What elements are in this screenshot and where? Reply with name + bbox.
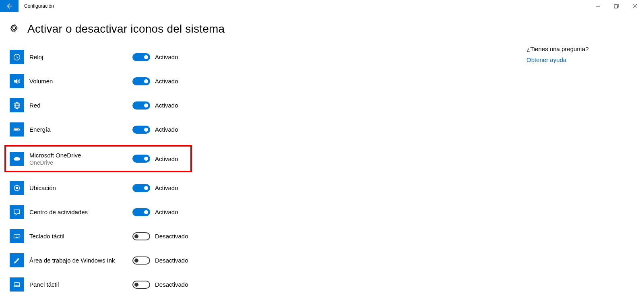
setting-label-block: Reloj <box>29 54 132 60</box>
toggle-state-label: Activado <box>155 209 178 215</box>
setting-row-keyboard: Teclado táctilDesactivado <box>10 229 267 243</box>
setting-label-block: Centro de actividades <box>29 209 132 215</box>
app-title: Configuración <box>19 0 54 12</box>
setting-label: Panel táctil <box>29 281 132 288</box>
back-button[interactable] <box>0 0 19 12</box>
settings-list: RelojActivadoVolumenActivadoRedActivadoE… <box>10 50 267 292</box>
setting-row-location: UbicaciónActivado <box>10 181 267 195</box>
help-panel: ¿Tienes una pregunta? Obtener ayuda <box>526 45 589 63</box>
toggle-touchpad[interactable] <box>132 281 150 289</box>
toggle-onedrive[interactable] <box>132 155 150 163</box>
setting-label: Centro de actividades <box>29 209 132 215</box>
setting-label: Volumen <box>29 78 132 85</box>
setting-label: Energía <box>29 126 132 133</box>
setting-label: Teclado táctil <box>29 233 132 240</box>
svg-rect-0 <box>596 6 600 6</box>
setting-sublabel: OneDrive <box>29 159 132 166</box>
toggle-state-label: Activado <box>155 102 178 109</box>
toggle-state-label: Activado <box>155 155 178 162</box>
back-arrow-icon <box>6 2 13 10</box>
setting-label-block: Panel táctil <box>29 281 132 288</box>
setting-label: Ubicación <box>29 184 132 191</box>
toggle-actioncenter[interactable] <box>132 208 150 216</box>
volume-icon <box>10 74 24 88</box>
setting-label: Red <box>29 102 132 109</box>
help-heading: ¿Tienes una pregunta? <box>526 45 589 52</box>
close-button[interactable] <box>625 0 644 12</box>
toggle-clock[interactable] <box>132 53 150 61</box>
setting-label-block: Red <box>29 102 132 109</box>
setting-label-block: Volumen <box>29 78 132 85</box>
toggle-state-label: Activado <box>155 54 178 60</box>
setting-label-block: Ubicación <box>29 184 132 191</box>
minimize-button[interactable] <box>588 0 607 12</box>
setting-row-touchpad: Panel táctilDesactivado <box>10 277 267 292</box>
toggle-state-label: Activado <box>155 78 178 85</box>
setting-label-block: Área de trabajo de Windows Ink <box>29 257 132 264</box>
location-icon <box>10 181 24 195</box>
svg-rect-2 <box>614 5 617 8</box>
toggle-location[interactable] <box>132 184 150 192</box>
clock-icon <box>10 50 24 64</box>
window-controls <box>588 0 644 12</box>
actioncenter-icon <box>10 205 24 219</box>
setting-label-block: Teclado táctil <box>29 233 132 240</box>
setting-row-volume: VolumenActivado <box>10 74 267 88</box>
power-icon <box>10 122 24 136</box>
toggle-state-label: Activado <box>155 126 178 133</box>
ink-icon <box>10 253 24 267</box>
minimize-icon <box>596 4 600 8</box>
setting-row-ink: Área de trabajo de Windows InkDesactivad… <box>10 253 267 267</box>
toggle-power[interactable] <box>132 126 150 134</box>
setting-label: Área de trabajo de Windows Ink <box>29 257 132 264</box>
toggle-state-label: Activado <box>155 184 178 191</box>
toggle-keyboard[interactable] <box>132 232 150 240</box>
setting-row-onedrive: Microsoft OneDriveOneDriveActivado <box>4 145 192 172</box>
network-icon <box>10 98 24 112</box>
setting-label-block: Energía <box>29 126 132 133</box>
setting-label: Reloj <box>29 54 132 60</box>
page-header: Activar o desactivar iconos del sistema <box>10 23 644 35</box>
gear-icon <box>10 24 19 34</box>
maximize-icon <box>614 4 619 8</box>
setting-row-power: EnergíaActivado <box>10 122 267 136</box>
toggle-state-label: Desactivado <box>155 257 188 264</box>
setting-row-actioncenter: Centro de actividadesActivado <box>10 205 267 219</box>
setting-label-block: Microsoft OneDriveOneDrive <box>29 152 132 166</box>
setting-row-network: RedActivado <box>10 98 267 112</box>
help-link[interactable]: Obtener ayuda <box>526 56 589 63</box>
setting-label: Microsoft OneDrive <box>29 152 132 159</box>
toggle-ink[interactable] <box>132 256 150 265</box>
toggle-volume[interactable] <box>132 77 150 85</box>
toggle-state-label: Desactivado <box>155 233 188 240</box>
page-title: Activar o desactivar iconos del sistema <box>27 23 225 35</box>
maximize-button[interactable] <box>607 0 625 12</box>
setting-row-clock: RelojActivado <box>10 50 267 64</box>
close-icon <box>633 4 637 8</box>
titlebar: Configuración <box>0 0 644 12</box>
keyboard-icon <box>10 229 24 243</box>
onedrive-icon <box>10 152 24 166</box>
touchpad-icon <box>10 277 24 292</box>
toggle-state-label: Desactivado <box>155 281 188 288</box>
toggle-network[interactable] <box>132 101 150 110</box>
